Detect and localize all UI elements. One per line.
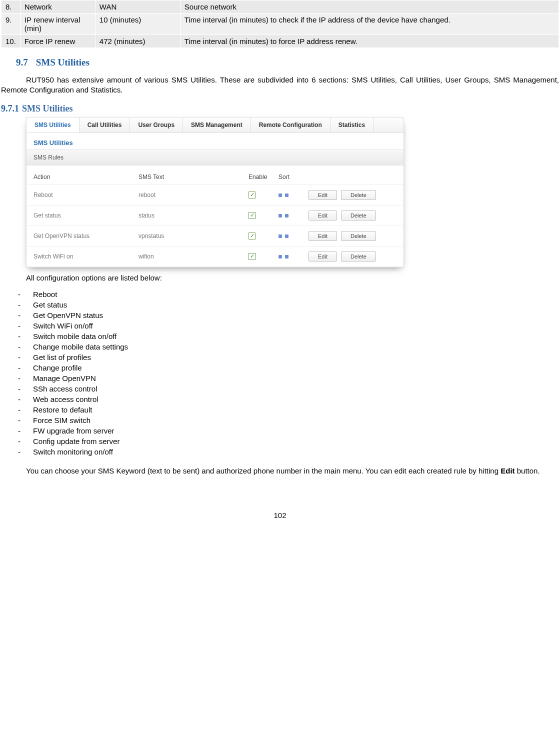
edit-button[interactable]: Edit xyxy=(308,190,337,200)
enable-checkbox[interactable]: ✓ xyxy=(248,192,256,198)
table-row: 10. Force IP renew 472 (minutes) Time in… xyxy=(2,35,559,48)
delete-button[interactable]: Delete xyxy=(341,231,376,241)
option-text: Manage OpenVPN xyxy=(33,374,96,382)
list-item: -Switch monitoring on/off xyxy=(18,446,559,457)
column-headers: Action SMS Text Enable Sort xyxy=(26,166,404,185)
rule-row: Rebootreboot✓EditDelete xyxy=(26,185,404,206)
option-text: FW upgrade from server xyxy=(33,426,114,435)
sort-handle[interactable] xyxy=(278,234,288,238)
row-num: 8. xyxy=(2,0,20,14)
sort-handle[interactable] xyxy=(278,255,288,258)
row-value: 472 (minutes) xyxy=(95,35,180,48)
delete-button[interactable]: Delete xyxy=(341,252,376,262)
option-text: Switch monitoring on/off xyxy=(33,448,113,456)
list-item: -Restore to default xyxy=(18,404,559,415)
table-row: 8. Network WAN Source network xyxy=(2,0,559,14)
panel-subhead: SMS Rules xyxy=(26,150,404,166)
option-text: Get list of profiles xyxy=(33,353,91,362)
bold-edit: Edit xyxy=(500,466,514,475)
parameters-table: 8. Network WAN Source network 9. IP rene… xyxy=(1,0,559,48)
row-desc: Source network xyxy=(180,0,558,14)
rule-action: Switch WiFi on xyxy=(34,253,138,260)
rule-action: Get OpenVPN status xyxy=(34,232,138,240)
edit-button[interactable]: Edit xyxy=(308,210,337,220)
rule-row: Get statusstatus✓EditDelete xyxy=(26,206,404,226)
option-text: Get OpenVPN status xyxy=(33,311,103,320)
tab-statistics[interactable]: Statistics xyxy=(330,118,374,132)
sms-utilities-panel: SMS Utilities Call Utilities User Groups… xyxy=(26,117,404,268)
option-text: Restore to default xyxy=(33,406,92,414)
option-text: Switch WiFi on/off xyxy=(33,322,93,330)
heading-num: 9.7.1 xyxy=(1,104,19,114)
heading-num: 9.7 xyxy=(16,57,28,68)
row-name: Force IP renew xyxy=(20,35,95,48)
list-item: -FW upgrade from server xyxy=(18,426,559,436)
enable-checkbox[interactable]: ✓ xyxy=(248,253,256,260)
tab-sms-utilities[interactable]: SMS Utilities xyxy=(26,118,80,132)
list-item: -Get list of profiles xyxy=(18,352,559,362)
col-action: Action xyxy=(34,174,138,180)
list-item: -Change mobile data settings xyxy=(18,342,559,352)
closing-paragraph: You can choose your SMS Keyword (text to… xyxy=(1,466,559,476)
rule-row: Get OpenVPN statusvpnstatus✓EditDelete xyxy=(26,226,404,246)
rule-sms-text: status xyxy=(138,212,248,219)
panel-title: SMS Utilities xyxy=(26,133,404,150)
tab-sms-management[interactable]: SMS Management xyxy=(183,118,251,132)
list-item: -Reboot xyxy=(18,289,559,300)
delete-button[interactable]: Delete xyxy=(341,190,376,200)
option-text: Config update from server xyxy=(33,437,120,446)
list-item: -Web access control xyxy=(18,394,559,404)
col-sort: Sort xyxy=(278,174,308,180)
tabs-bar: SMS Utilities Call Utilities User Groups… xyxy=(26,118,404,133)
heading-title: SMS Utilities xyxy=(22,104,73,114)
row-value: 10 (minutes) xyxy=(95,14,180,35)
table-row: 9. IP renew interval (min) 10 (minutes) … xyxy=(2,14,559,35)
tab-call-utilities[interactable]: Call Utilities xyxy=(80,118,130,132)
heading-9-7-1: 9.7.1SMS Utilities xyxy=(1,104,559,114)
edit-button[interactable]: Edit xyxy=(308,231,337,241)
row-desc: Time interval (in minutes) to check if t… xyxy=(180,14,558,35)
option-text: Switch mobile data on/off xyxy=(33,332,116,340)
list-item: -Switch WiFi on/off xyxy=(18,320,559,331)
delete-button[interactable]: Delete xyxy=(341,210,376,220)
sort-handle[interactable] xyxy=(278,214,288,218)
option-text: Change mobile data settings xyxy=(33,342,128,351)
list-item: -Change profile xyxy=(18,362,559,373)
edit-button[interactable]: Edit xyxy=(308,252,337,262)
list-item: -Config update from server xyxy=(18,436,559,446)
heading-title: SMS Utilities xyxy=(36,57,90,68)
enable-checkbox[interactable]: ✓ xyxy=(248,212,256,219)
option-text: Reboot xyxy=(33,290,57,298)
rule-sms-text: reboot xyxy=(138,192,248,198)
list-item: -Force SIM switch xyxy=(18,415,559,426)
page-number: 102 xyxy=(1,511,559,530)
options-intro: All configuration options are listed bel… xyxy=(26,274,559,282)
rule-action: Get status xyxy=(34,212,138,219)
col-sms: SMS Text xyxy=(138,174,248,180)
row-name: Network xyxy=(20,0,95,14)
list-item: -Get status xyxy=(18,300,559,310)
rule-row: Switch WiFi onwifion✓EditDelete xyxy=(26,246,404,267)
option-text: Force SIM switch xyxy=(33,416,90,424)
rule-sms-text: vpnstatus xyxy=(138,232,248,240)
tab-user-groups[interactable]: User Groups xyxy=(130,118,183,132)
list-item: -Get OpenVPN status xyxy=(18,310,559,320)
option-text: Change profile xyxy=(33,364,82,372)
option-list: -Reboot-Get status-Get OpenVPN status-Sw… xyxy=(18,289,559,457)
row-num: 9. xyxy=(2,14,20,35)
heading-9-7: 9.7SMS Utilities xyxy=(16,57,559,68)
list-item: -SSh access control xyxy=(18,384,559,394)
col-enable: Enable xyxy=(248,174,278,180)
row-value: WAN xyxy=(95,0,180,14)
list-item: -Manage OpenVPN xyxy=(18,373,559,384)
option-text: Get status xyxy=(33,300,67,309)
list-item: -Switch mobile data on/off xyxy=(18,331,559,342)
rule-action: Reboot xyxy=(34,192,138,198)
row-name: IP renew interval (min) xyxy=(20,14,95,35)
tab-remote-configuration[interactable]: Remote Configuration xyxy=(251,118,330,132)
intro-paragraph: RUT950 has extensive amount of various S… xyxy=(1,75,559,96)
sort-handle[interactable] xyxy=(278,194,288,197)
enable-checkbox[interactable]: ✓ xyxy=(248,232,256,240)
row-desc: Time interval (in minutes) to force IP a… xyxy=(180,35,558,48)
option-text: SSh access control xyxy=(33,384,97,393)
